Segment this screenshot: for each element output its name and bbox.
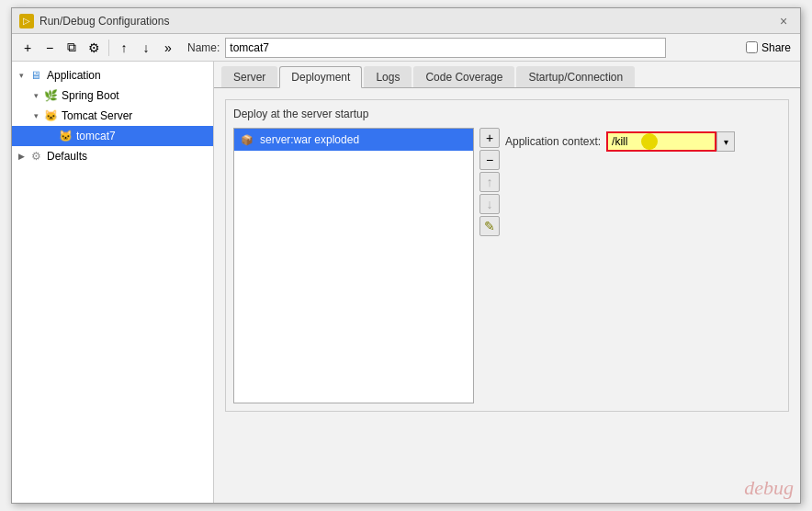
deploy-edit-button[interactable]: ✎ bbox=[479, 216, 500, 236]
sidebar-item-tomcat7[interactable]: 🐱 tomcat7 bbox=[12, 126, 213, 146]
right-panel: Server Deployment Logs Code Coverage Sta… bbox=[214, 62, 800, 503]
tab-server[interactable]: Server bbox=[221, 66, 277, 87]
copy-config-button[interactable]: ⧉ bbox=[62, 38, 82, 58]
move-up-button[interactable]: ↑ bbox=[114, 38, 134, 58]
remove-config-button[interactable]: − bbox=[39, 38, 60, 58]
title-bar-left: ▷ Run/Debug Configurations bbox=[19, 14, 169, 28]
deployment-panel: Deploy at the server startup 📦 server:wa… bbox=[214, 88, 800, 503]
toolbar: + − ⧉ ⚙ ↑ ↓ » Name: Share bbox=[12, 34, 800, 62]
defaults-icon: ⚙ bbox=[28, 149, 43, 164]
expand-icon-tomcat: ▾ bbox=[30, 110, 41, 121]
spring-boot-icon: 🌿 bbox=[43, 88, 58, 103]
deploy-section-title: Deploy at the server startup bbox=[233, 108, 781, 120]
name-area: Name: bbox=[187, 38, 744, 58]
deploy-down-button[interactable]: ↓ bbox=[479, 194, 500, 214]
toolbar-separator bbox=[108, 40, 109, 56]
close-button[interactable]: × bbox=[774, 12, 793, 30]
tomcat-server-icon: 🐱 bbox=[43, 108, 58, 123]
deploy-body: 📦 server:war exploded + − ↑ ↓ bbox=[233, 128, 781, 403]
side-buttons: + − ↑ ↓ ✎ bbox=[474, 128, 505, 403]
deploy-remove-button[interactable]: − bbox=[479, 150, 500, 170]
tab-logs[interactable]: Logs bbox=[364, 66, 412, 87]
deploy-add-button[interactable]: + bbox=[479, 128, 500, 148]
add-config-button[interactable]: + bbox=[17, 38, 38, 58]
expand-icon-spring: ▾ bbox=[30, 90, 41, 101]
deploy-list-item[interactable]: 📦 server:war exploded bbox=[234, 129, 473, 151]
more-button[interactable]: » bbox=[158, 38, 178, 58]
title-bar: ▷ Run/Debug Configurations × bbox=[12, 8, 800, 34]
deploy-section: Deploy at the server startup 📦 server:wa… bbox=[225, 99, 789, 412]
expand-icon-tomcat7 bbox=[45, 131, 56, 142]
app-context-label: Application context: bbox=[505, 135, 601, 148]
app-context-row: Application context: ▾ bbox=[505, 131, 781, 152]
tomcat7-label: tomcat7 bbox=[76, 130, 116, 142]
name-label: Name: bbox=[187, 41, 220, 54]
tab-code-coverage[interactable]: Code Coverage bbox=[413, 66, 514, 87]
tab-startup-connection[interactable]: Startup/Connection bbox=[516, 66, 635, 87]
app-context-area: Application context: ▾ bbox=[505, 128, 781, 403]
tomcat7-icon: 🐱 bbox=[58, 129, 73, 143]
share-checkbox[interactable] bbox=[746, 41, 758, 53]
sidebar-item-defaults[interactable]: ▶ ⚙ Defaults bbox=[12, 146, 213, 166]
window-title: Run/Debug Configurations bbox=[39, 15, 169, 28]
share-area: Share bbox=[746, 41, 791, 54]
war-exploded-label: server:war exploded bbox=[260, 133, 359, 146]
main-content: ▾ 🖥 Application ▾ 🌿 Spring Boot ▾ 🐱 Tomc… bbox=[12, 62, 800, 503]
tab-deployment[interactable]: Deployment bbox=[279, 66, 362, 88]
debug-watermark: debug bbox=[744, 476, 794, 500]
deploy-list-area: 📦 server:war exploded bbox=[233, 128, 474, 403]
expand-icon-defaults: ▶ bbox=[16, 151, 27, 162]
share-label: Share bbox=[761, 41, 791, 54]
sidebar: ▾ 🖥 Application ▾ 🌿 Spring Boot ▾ 🐱 Tomc… bbox=[12, 62, 214, 503]
run-debug-configurations-window: ▷ Run/Debug Configurations × + − ⧉ ⚙ ↑ ↓… bbox=[11, 7, 801, 504]
settings-button[interactable]: ⚙ bbox=[84, 38, 104, 58]
move-down-button[interactable]: ↓ bbox=[136, 38, 156, 58]
sidebar-item-application[interactable]: ▾ 🖥 Application bbox=[12, 65, 213, 85]
window-icon: ▷ bbox=[19, 14, 34, 28]
deploy-up-button[interactable]: ↑ bbox=[479, 172, 500, 192]
defaults-label: Defaults bbox=[47, 150, 87, 163]
war-exploded-icon: 📦 bbox=[240, 132, 254, 147]
application-label: Application bbox=[47, 69, 101, 82]
application-icon: 🖥 bbox=[28, 68, 43, 83]
expand-icon-application: ▾ bbox=[16, 70, 27, 81]
deploy-list: 📦 server:war exploded bbox=[233, 128, 474, 403]
name-input[interactable] bbox=[225, 38, 666, 58]
app-context-input[interactable] bbox=[606, 131, 716, 152]
tomcat-server-label: Tomcat Server bbox=[62, 109, 132, 122]
tabs-bar: Server Deployment Logs Code Coverage Sta… bbox=[214, 62, 800, 88]
spring-boot-label: Spring Boot bbox=[62, 89, 119, 102]
app-context-dropdown[interactable]: ▾ bbox=[716, 131, 735, 152]
sidebar-item-tomcat-server[interactable]: ▾ 🐱 Tomcat Server bbox=[12, 106, 213, 126]
sidebar-item-spring-boot[interactable]: ▾ 🌿 Spring Boot bbox=[12, 85, 213, 106]
